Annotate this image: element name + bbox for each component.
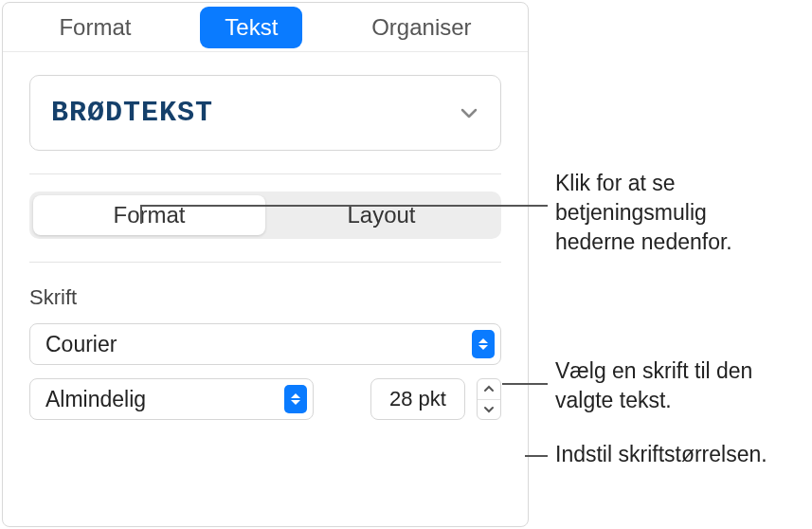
callout-leader [525,455,548,457]
stepper-up[interactable] [478,379,500,400]
divider [29,173,501,174]
callout-subtab: Klik for at se betjeningsmulig hederne n… [555,169,792,257]
font-size-value: 28 pkt [389,387,446,411]
font-weight-value: Almindelig [45,387,146,412]
main-tab-bar: Format Tekst Organiser [3,3,528,52]
font-size-input[interactable]: 28 pkt [370,378,465,420]
paragraph-style-select[interactable]: BRØDTEKST [29,75,501,151]
chevron-down-icon [459,102,479,123]
tab-organiser[interactable]: Organiser [347,7,496,48]
callout-leader [140,205,548,207]
tab-tekst[interactable]: Tekst [200,7,302,48]
callout-leader [502,383,548,385]
subtab-format[interactable]: Format [33,195,265,235]
updown-icon [284,385,307,413]
updown-icon [472,330,495,358]
divider [29,262,501,263]
subtab-layout[interactable]: Layout [265,195,497,235]
inspector-panel: Format Tekst Organiser BRØDTEKST Format … [2,2,529,527]
callout-font-size: Indstil skriftstørrelsen. [555,440,792,469]
font-weight-select[interactable]: Almindelig [29,378,314,420]
font-size-stepper[interactable] [477,378,501,420]
font-family-select[interactable]: Courier [29,323,501,365]
font-weight-size-row: Almindelig 28 pkt [29,378,501,420]
callout-font-family: Vælg en skrift til den valgte tekst. [555,356,802,415]
font-family-value: Courier [45,332,117,357]
sub-tab-bar: Format Layout [29,192,501,239]
tab-format[interactable]: Format [34,7,155,48]
callout-leader [140,205,142,224]
stepper-down[interactable] [478,400,500,420]
paragraph-style-label: BRØDTEKST [51,97,213,129]
font-family-row: Courier [29,323,501,365]
font-section-label: Skrift [29,285,501,310]
